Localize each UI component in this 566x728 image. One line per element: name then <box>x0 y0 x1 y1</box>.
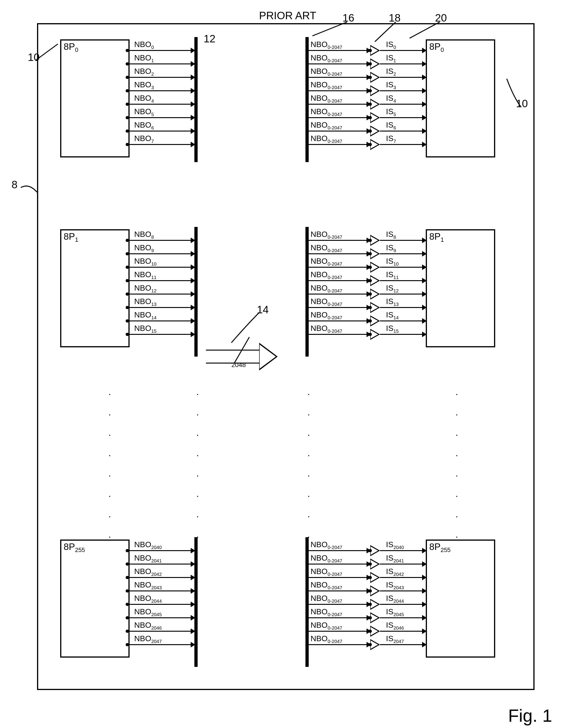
wire: NBO0 <box>127 50 194 51</box>
connection-dot <box>369 239 372 242</box>
connection-dot <box>369 252 372 255</box>
wire: IS14 <box>380 320 426 321</box>
signal-label: NBO4 <box>134 94 154 104</box>
buffer-to-block-row: IS2047 <box>380 638 426 651</box>
is-signal-label: IS2045 <box>386 607 404 617</box>
wire: NBO2041 <box>127 564 194 565</box>
bus-bar-right3 <box>305 537 309 667</box>
wire: IS11 <box>380 280 426 281</box>
connection-dot <box>126 279 129 282</box>
signal-label: NBO11 <box>134 270 157 280</box>
wire: NBO4 <box>127 104 194 105</box>
arrow-right-icon <box>191 75 195 80</box>
bus-input-label: NBO0-2047 <box>310 270 342 280</box>
is-signal-label: IS11 <box>386 270 399 280</box>
arrow-right-icon <box>422 88 427 94</box>
signal-label: NBO8 <box>134 230 154 240</box>
signal-label: NBO2 <box>134 67 154 77</box>
is-signal-label: IS2042 <box>386 567 404 577</box>
wire: NBO11 <box>127 280 194 281</box>
signal-label: NBO2042 <box>134 567 162 577</box>
arrow-right-icon <box>422 615 427 621</box>
wire: NBO0-2047 <box>309 644 370 645</box>
connection-dot <box>126 333 129 336</box>
connection-dot <box>369 89 372 92</box>
bus-input-label: NBO0-2047 <box>310 230 342 240</box>
wire: NBO1 <box>127 63 194 64</box>
connection-dot <box>126 143 129 146</box>
connection-dot <box>126 49 129 52</box>
output-signal-row: NBO7 <box>127 138 194 151</box>
buffer-to-block-row: IS15 <box>380 328 426 341</box>
connection-dot <box>369 292 372 296</box>
arrow-right-icon <box>422 61 427 67</box>
connection-dot <box>126 589 129 593</box>
arrow-right-icon <box>191 115 195 120</box>
arrow-right-icon <box>422 628 427 634</box>
svg-line-2 <box>409 22 440 38</box>
connection-dot <box>369 333 372 336</box>
page: PRIOR ART 8 10 10 12 14 16 18 20 2048 <box>5 5 566 728</box>
connection-dot <box>126 549 129 552</box>
wire: IS2044 <box>380 604 426 605</box>
bus-to-buffer-row: NBO0-2047 <box>309 638 370 651</box>
connection-dot <box>369 616 372 619</box>
signal-label: NBO7 <box>134 134 154 144</box>
leader-10a <box>36 60 36 61</box>
wire: NBO0-2047 <box>309 307 370 308</box>
arrow-right-icon <box>422 278 427 283</box>
wire: IS2043 <box>380 590 426 591</box>
arrow-right-icon <box>422 128 427 134</box>
block-label: 8P255 <box>429 542 450 554</box>
wire: IS15 <box>380 334 426 335</box>
signal-label: NBO2040 <box>134 540 162 550</box>
connection-dot <box>369 630 372 633</box>
wire: IS13 <box>380 307 426 308</box>
arrow-right-icon <box>191 251 195 257</box>
arrow-right-icon <box>422 251 427 257</box>
title-prior-art: PRIOR ART <box>259 9 316 22</box>
arrow-right-icon <box>191 561 195 567</box>
wire: IS2045 <box>380 617 426 618</box>
block-label: 8P1 <box>429 231 444 243</box>
processor-block-right: 8P0 <box>426 39 495 157</box>
svg-line-0 <box>312 22 347 36</box>
wire: NBO0-2047 <box>309 117 370 118</box>
arrow-right-icon <box>422 588 427 594</box>
wire: NBO7 <box>127 144 194 145</box>
signal-label: NBO2047 <box>134 634 162 644</box>
signal-label: NBO6 <box>134 120 154 131</box>
connection-dot <box>126 616 129 619</box>
bus-input-label: NBO0-2047 <box>310 580 342 590</box>
is-signal-label: IS2043 <box>386 580 404 590</box>
wire: IS9 <box>380 253 426 254</box>
wire: NBO0-2047 <box>309 240 370 241</box>
wire: IS1 <box>380 63 426 64</box>
processor-block-left: 8P0 <box>60 39 130 157</box>
wire: NBO2047 <box>127 644 194 645</box>
wire: NBO0-2047 <box>309 77 370 78</box>
connection-dot <box>369 76 372 79</box>
bus-input-label: NBO0-2047 <box>310 94 342 104</box>
arrow-right-icon <box>422 75 427 80</box>
connection-dot <box>126 576 129 579</box>
svg-line-1 <box>375 22 396 42</box>
block-label: 8P0 <box>429 41 444 53</box>
bus-input-label: NBO0-2047 <box>310 324 342 334</box>
bus-input-label: NBO0-2047 <box>310 567 342 577</box>
is-signal-label: IS3 <box>386 80 396 90</box>
wire: NBO8 <box>127 240 194 241</box>
connection-dot <box>126 62 129 66</box>
connection-dot <box>126 562 129 566</box>
connection-dot <box>369 62 372 66</box>
signal-label: NBO10 <box>134 257 157 267</box>
connection-dot <box>369 143 372 146</box>
arrow-right-icon <box>191 305 195 310</box>
wire: IS6 <box>380 131 426 132</box>
bus-bar-right2 <box>305 227 309 357</box>
connection-dot <box>369 589 372 593</box>
arrow-right-icon <box>191 238 195 243</box>
bus-input-label: NBO0-2047 <box>310 243 342 253</box>
arrow-right-icon <box>422 561 427 567</box>
bus-input-label: NBO0-2047 <box>310 283 342 294</box>
